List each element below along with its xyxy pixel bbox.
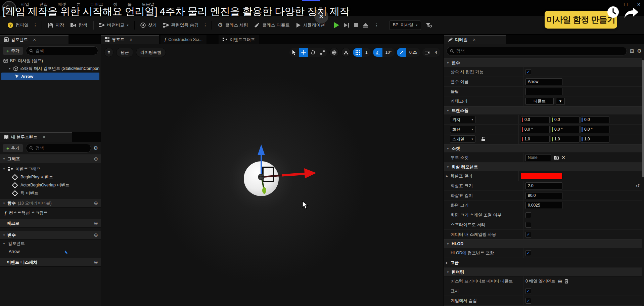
close-icon[interactable]: ✕ (42, 135, 45, 139)
my-blueprint-search-input[interactable]: 검색 (26, 144, 91, 152)
scale-x-input[interactable]: 1.0 (521, 136, 550, 143)
share-icon[interactable] (624, 6, 639, 19)
add-component-button[interactable]: + 추가 (3, 46, 23, 55)
add-dispatcher-icon[interactable]: ⊕ (94, 259, 98, 265)
eject-icon[interactable] (363, 23, 368, 28)
variable-category-components[interactable]: ▼ 컴포넌트 (0, 239, 101, 248)
tab-construction-script[interactable]: f Construction Scr... (160, 35, 206, 44)
grid-snap-value[interactable]: 1 (362, 48, 371, 57)
expand-icon[interactable]: ▼ (8, 67, 11, 70)
unlock-icon[interactable] (481, 137, 485, 141)
class-settings-button[interactable]: ⚙ 클래스 세팅 (215, 19, 251, 31)
frame-skip-icon[interactable] (344, 23, 349, 28)
close-icon[interactable]: ✕ (130, 38, 133, 42)
checkbox-checked[interactable]: ✓ (525, 250, 531, 256)
component-row-arrow[interactable]: Arrow (1, 73, 99, 80)
watch-later-icon[interactable] (606, 5, 620, 19)
section-variables[interactable]: ▼ 변수 ⊕ (0, 231, 101, 239)
category-dropdown[interactable]: 디폴트 (525, 98, 554, 105)
transform-gizmo[interactable] (215, 134, 326, 215)
section-hlod[interactable]: ▼ HLOD (444, 239, 642, 248)
checkbox-checked[interactable]: ✓ (525, 232, 531, 237)
row-hlod-advanced[interactable]: ▶ 고급 (444, 258, 642, 268)
checkbox-checked[interactable]: ✓ (525, 298, 531, 304)
find-button[interactable]: 찾기 (137, 19, 160, 31)
add-graph-icon[interactable]: ⊕ (94, 156, 98, 162)
section-transform[interactable]: ▼ 트랜스폼 (444, 106, 642, 115)
debug-object-dropdown[interactable]: BP_미사일 ▾ (389, 20, 421, 30)
tab-components[interactable]: 컴포넌트 ✕ (0, 35, 68, 44)
rotation-x-input[interactable]: 0.0 ° (521, 126, 550, 133)
tab-my-blueprint[interactable]: 내 블루프린트 ✕ (0, 132, 72, 142)
checkbox-checked[interactable]: ✓ (525, 288, 531, 294)
location-z-input[interactable]: 0.0 (581, 116, 609, 123)
event-row-overlap[interactable]: ActorBeginOverlap 이벤트 (0, 181, 101, 189)
section-variable[interactable]: ▼ 변수 (444, 58, 642, 67)
browse-button[interactable]: 탐색 (67, 19, 90, 31)
construction-script-row[interactable]: f 컨스트럭션 스크립트 (0, 209, 101, 217)
rotation-dropdown[interactable]: 회전▾ (450, 126, 475, 133)
gear-icon[interactable]: ⚙ (94, 145, 98, 151)
add-function-icon[interactable]: ⊕ (94, 200, 98, 206)
component-row-mesh[interactable]: ▼ 스태틱 메시 컴포넌트 (StaticMeshCompon (0, 65, 101, 73)
location-y-input[interactable]: 0.0 (551, 116, 580, 123)
section-graphs[interactable]: ▼ 그래프 ⊕ (0, 155, 101, 163)
components-search-input[interactable]: 검색 (26, 46, 98, 55)
location-x-input[interactable]: 0.0 (521, 116, 550, 123)
world-space-icon[interactable] (329, 48, 339, 57)
rotate-tool-icon[interactable] (308, 48, 318, 57)
hide-unrelated-options-icon[interactable]: ⋮ (201, 23, 209, 28)
variable-row-arrow[interactable]: Arrow (0, 248, 101, 256)
chevron-down-icon[interactable]: ▾ (556, 98, 565, 105)
arrow-length-input[interactable]: 80.0 (525, 192, 562, 199)
section-macros[interactable]: 매크로 ⊕ (0, 219, 101, 228)
select-tool-icon[interactable] (289, 48, 299, 57)
viewport-menu-button[interactable]: ≡ (104, 48, 113, 57)
scale-tool-icon[interactable] (318, 48, 327, 57)
tab-event-graph[interactable]: 이벤트그래프 (219, 35, 259, 44)
close-icon[interactable]: ✕ (473, 38, 476, 42)
checkbox-unchecked[interactable] (525, 222, 531, 228)
details-scrollbar[interactable] (642, 60, 644, 177)
location-dropdown[interactable]: 위치▾ (450, 116, 475, 123)
viewport-canvas[interactable]: ≡ 원근 라이팅포함 (101, 44, 444, 306)
diff-button[interactable]: 버전비교 ▾ (96, 19, 132, 31)
gear-icon[interactable]: ⚙ (637, 48, 642, 54)
view-mode-button[interactable]: 라이팅포함 (136, 48, 166, 57)
tooltip-input[interactable] (525, 88, 562, 95)
tab-details[interactable]: 디테일 ✕ (444, 35, 506, 44)
variable-name-input[interactable]: Arrow (525, 78, 562, 85)
arrow-color-swatch[interactable] (521, 173, 562, 179)
reset-to-default-icon[interactable]: ↺ (636, 183, 640, 188)
rotation-z-input[interactable]: 0.0 ° (581, 126, 609, 133)
gizmo-x-axis[interactable] (282, 174, 306, 175)
scale-y-input[interactable]: 1.0 (551, 136, 580, 143)
move-tool-icon[interactable] (299, 48, 308, 57)
component-row-root[interactable]: BP_미사일 (셀프) (0, 57, 101, 65)
expand-icon[interactable]: ▶ (446, 175, 448, 178)
play-icon[interactable] (334, 22, 339, 28)
camera-speed-icon[interactable] (422, 48, 432, 57)
section-socket[interactable]: ▼ 소켓 (444, 144, 642, 153)
event-row-tick[interactable]: 틱 이벤트 (0, 189, 101, 197)
rotation-y-input[interactable]: 0.0 ° (551, 126, 580, 133)
class-defaults-button[interactable]: 클래스 디폴트 (251, 19, 293, 31)
section-arrow-component[interactable]: ▼ 화살 컴포넌트 (444, 163, 642, 171)
add-element-icon[interactable]: ⊕ (558, 278, 562, 285)
camera-speed-value[interactable]: 4 (432, 48, 440, 57)
arrow-size-input[interactable]: 2.0 (525, 182, 562, 189)
add-variable-icon[interactable]: ⊕ (94, 232, 98, 238)
add-macro-icon[interactable]: ⊕ (94, 220, 98, 226)
compile-button[interactable]: ? 컴파일 (5, 19, 32, 31)
grid-snap-icon[interactable] (353, 48, 362, 57)
grid-view-icon[interactable]: ⊞ (630, 48, 634, 54)
scale-dropdown[interactable]: 스케일▾ (450, 135, 475, 143)
scale-snap-value[interactable]: 0.25 (406, 48, 420, 57)
debug-filter-icon[interactable] (426, 23, 432, 28)
event-row-beginplay[interactable]: BeginPlay 이벤트 (0, 173, 101, 181)
play-options-icon[interactable]: ⋮ (373, 23, 380, 28)
scale-z-input[interactable]: 1.0 (581, 136, 609, 143)
checkbox-unchecked[interactable] (525, 212, 531, 218)
stop-icon[interactable] (354, 23, 358, 27)
section-event-dispatchers[interactable]: 이벤트 디스패처 ⊕ (0, 258, 101, 267)
